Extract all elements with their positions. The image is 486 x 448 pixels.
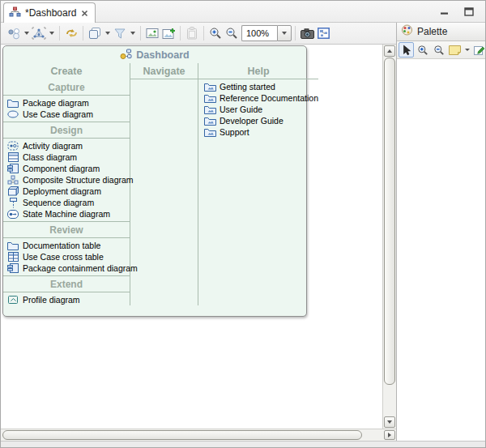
item-label: Developer Guide [220,116,284,126]
item-label: Deployment diagram [23,186,101,196]
palette-body[interactable] [397,59,486,441]
annotation-tool[interactable] [471,42,486,58]
duplicate-dropdown-icon[interactable] [103,24,112,42]
package-diagram-icon [6,99,19,108]
link-deployment-diagram[interactable]: Deployment diagram [3,186,130,197]
palette-header[interactable]: Palette [397,23,486,41]
create-column: Create Capture Package diagram [3,63,130,305]
dashboard-tab-icon [9,6,21,20]
filter-dropdown-icon[interactable] [128,24,137,42]
sequence-diagram-icon [6,198,19,208]
toolbar-separator [140,26,141,41]
link-documentation-table[interactable]: Documentation table [3,240,130,251]
palette-icon [401,24,413,39]
help-folder-icon [203,128,216,137]
item-label: Reference Documentation [220,93,318,103]
dashboard-title: Dashboard [136,49,189,61]
profile-diagram-icon [6,295,19,305]
synchronize-icon[interactable] [63,24,79,42]
link-class-diagram[interactable]: Class diagram [3,151,130,163]
link-support[interactable]: Support [198,126,318,138]
item-label: Documentation table [23,241,100,250]
item-label: Getting started [220,82,275,92]
arrange-icon[interactable] [31,24,47,42]
zoom-combo-arrow-icon[interactable] [277,25,292,41]
insert-image-add-icon[interactable] [160,24,177,42]
vertical-scrollbar-thumb[interactable] [384,58,395,385]
link-composite-structure-diagram[interactable]: Composite Structure diagram [3,174,130,186]
capture-header: Capture [3,79,130,95]
help-folder-icon [203,94,216,103]
dashboard-title-row: Dashboard [3,46,306,63]
link-developer-guide[interactable]: Developer Guide [198,115,318,126]
link-component-diagram[interactable]: Component diagram [3,163,130,174]
insert-image-icon[interactable] [144,24,160,42]
dashboard-icon [120,49,132,62]
scroll-down-icon[interactable] [384,416,395,428]
zoom-level-value[interactable]: 100% [241,25,277,41]
note-tool[interactable] [447,42,463,58]
help-folder-icon [203,117,216,126]
item-label: Class diagram [23,152,77,162]
diagram-canvas[interactable]: Dashboard Create Capture [1,45,382,429]
scroll-up-icon[interactable] [384,45,395,57]
link-getting-started[interactable]: Getting started [198,81,318,92]
application-window: *Dashboard [0,0,486,448]
overview-icon[interactable] [315,24,331,42]
link-state-machine-diagram[interactable]: State Machine diagram [3,208,130,220]
item-label: Package containment diagram [23,263,138,273]
item-label: Package diagram [23,98,89,108]
link-activity-diagram[interactable]: Activity diagram [3,140,130,151]
snapshot-icon[interactable] [299,24,315,42]
note-tool-dropdown-icon[interactable] [463,49,471,51]
item-label: User Guide [220,105,262,114]
duplicate-icon[interactable] [87,24,103,42]
minimize-icon[interactable] [438,6,451,17]
item-label: State Machine diagram [23,209,110,219]
usecase-cross-table-icon [6,252,19,262]
arrange-dropdown-icon[interactable] [47,24,56,42]
vertical-scrollbar[interactable] [382,45,396,429]
link-usecase-cross-table[interactable]: Use Case cross table [3,251,130,262]
horizontal-scrollbar-thumb[interactable] [2,430,362,440]
maximize-icon[interactable] [463,6,475,17]
link-profile-diagram[interactable]: Profile diagram [3,294,130,305]
link-reference-documentation[interactable]: Reference Documentation [198,92,318,104]
elements-icon[interactable] [6,24,22,42]
dashboard-panel: Dashboard Create Capture [2,45,307,317]
toolbar-separator [59,26,60,41]
item-label: Support [220,127,249,137]
diagram-toolbar: 100% [1,23,396,45]
link-sequence-diagram[interactable]: Sequence diagram [3,197,130,208]
window-bottom-trim [1,441,485,447]
zoom-level-combo[interactable]: 100% [241,25,292,41]
navigate-header: Navigate [130,63,198,79]
design-header: Design [3,122,130,138]
zoom-in-icon[interactable] [207,24,224,42]
link-package-diagram[interactable]: Package diagram [3,97,130,109]
link-user-guide[interactable]: User Guide [198,104,318,115]
help-folder-icon [203,83,216,92]
package-containment-diagram-icon [6,263,19,273]
horizontal-scrollbar[interactable] [1,429,396,441]
item-label: Profile diagram [23,295,80,305]
paste-icon[interactable] [184,24,200,42]
scroll-right-icon[interactable] [384,430,395,440]
elements-dropdown-icon[interactable] [22,24,31,42]
help-header: Help [198,63,318,79]
zoom-out-icon[interactable] [224,24,240,42]
extend-header: Extend [3,276,130,292]
zoom-in-tool-icon[interactable] [415,42,430,58]
item-label: Sequence diagram [23,198,94,207]
link-usecase-diagram[interactable]: Use Case diagram [3,109,130,120]
toolbar-separator [295,26,296,41]
editor-tab-bar: *Dashboard [1,1,485,23]
zoom-out-tool-icon[interactable] [431,42,446,58]
link-package-containment-diagram[interactable]: Package containment diagram [3,262,130,274]
diagram-editor: 100% Dashboard [1,23,397,441]
tab-dashboard[interactable]: *Dashboard [3,2,96,23]
filter-icon[interactable] [112,24,128,42]
select-tool[interactable] [399,42,414,58]
state-machine-diagram-icon [6,210,19,219]
close-icon[interactable] [80,9,89,18]
